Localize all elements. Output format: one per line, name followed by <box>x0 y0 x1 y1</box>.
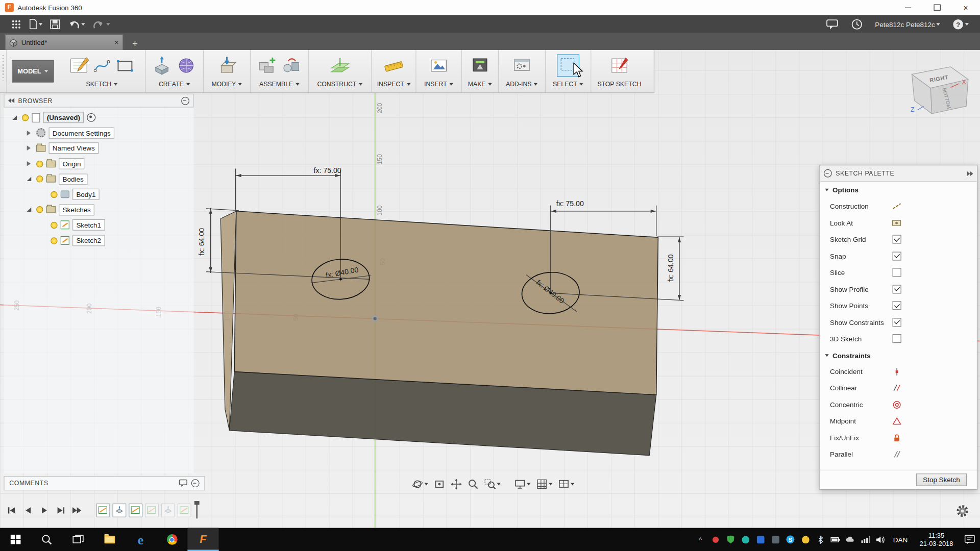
minimize-button[interactable] <box>894 0 922 15</box>
internet-explorer-button[interactable]: e <box>125 528 156 551</box>
palette-option-show-points[interactable]: Show Points <box>820 297 977 314</box>
palette-constraint-coincident[interactable]: Coincident <box>820 363 977 380</box>
collinear-icon[interactable] <box>891 383 902 394</box>
stop-sketch-button[interactable]: STOP SKETCH <box>597 81 641 87</box>
undo-button[interactable] <box>65 17 87 31</box>
addins-menu[interactable]: ADD-INS <box>506 81 538 87</box>
press-pull-icon[interactable] <box>216 55 238 77</box>
inspect-menu[interactable]: INSPECT <box>377 81 410 87</box>
new-component-icon[interactable] <box>257 55 278 77</box>
visibility-bulb-icon[interactable] <box>36 207 43 213</box>
sketch-menu[interactable]: SKETCH <box>86 81 118 87</box>
timeline-feature-suppressed-1[interactable] <box>145 504 159 517</box>
construction-icon[interactable] <box>891 201 902 212</box>
close-button[interactable]: × <box>951 0 980 15</box>
visibility-bulb-icon[interactable] <box>51 237 57 244</box>
minimize-palette-icon[interactable] <box>824 169 832 178</box>
comments-feed-button[interactable] <box>824 17 841 31</box>
tree-item-sketch1[interactable]: Sketch1 <box>4 217 193 233</box>
tree-item-origin[interactable]: Origin <box>4 156 193 171</box>
tray-pen-icon[interactable] <box>710 535 720 544</box>
grid-snap-button[interactable] <box>534 477 554 491</box>
timeline-feature-suppressed-2[interactable] <box>161 504 175 517</box>
hidden-icons-chevron[interactable]: ^ <box>696 535 705 544</box>
show-constraints-checkbox[interactable] <box>893 318 901 327</box>
visibility-bulb-icon[interactable] <box>36 160 43 167</box>
toolbar-grip[interactable] <box>0 50 7 92</box>
onedrive-cloud-icon[interactable] <box>846 535 855 544</box>
comments-bar[interactable]: COMMENTS <box>4 476 205 490</box>
sketch-rectangle-icon[interactable] <box>114 55 136 77</box>
zoom-button[interactable] <box>465 477 480 491</box>
timeline-feature-extrude[interactable] <box>112 504 126 517</box>
stop-sketch-palette-button[interactable]: Stop Sketch <box>916 473 967 486</box>
tray-app-gray-icon[interactable] <box>771 535 780 544</box>
insert-menu[interactable]: INSERT <box>424 81 453 87</box>
addins-scripts-icon[interactable] <box>511 55 533 77</box>
insert-image-icon[interactable] <box>428 55 450 77</box>
bluetooth-icon[interactable] <box>816 535 825 544</box>
teamviewer-icon[interactable] <box>755 535 765 544</box>
slice-checkbox[interactable] <box>893 268 901 277</box>
tree-item-sketches[interactable]: Sketches <box>4 202 193 217</box>
make-3d-print-icon[interactable] <box>469 55 491 77</box>
pan-button[interactable] <box>449 477 463 491</box>
zoom-window-button[interactable] <box>482 477 502 491</box>
minimize-panel-icon[interactable] <box>181 96 189 105</box>
taskbar-search-button[interactable] <box>31 528 62 551</box>
visibility-bulb-icon[interactable] <box>51 222 57 229</box>
help-menu-button[interactable]: ? <box>950 17 971 31</box>
make-menu[interactable]: MAKE <box>468 81 492 87</box>
task-view-button[interactable] <box>62 528 93 551</box>
maximize-button[interactable] <box>922 0 951 15</box>
preferences-gear-button[interactable] <box>955 504 970 518</box>
workspace-selector[interactable]: MODEL <box>12 60 54 83</box>
palette-option-look-at[interactable]: Look At <box>820 215 977 231</box>
select-menu[interactable]: SELECT <box>553 81 583 87</box>
app-grid-menu-button[interactable] <box>9 18 23 30</box>
timeline-step-forward-button[interactable] <box>54 504 67 517</box>
tray-app-yellow-icon[interactable] <box>801 535 810 544</box>
body1-face-top[interactable] <box>234 211 658 395</box>
concentric-icon[interactable] <box>891 399 902 410</box>
lock-icon[interactable] <box>891 432 902 443</box>
timeline-feature-sketch2[interactable] <box>129 504 142 517</box>
chrome-button[interactable] <box>156 528 187 551</box>
look-at-icon[interactable] <box>891 217 902 229</box>
taskbar-clock[interactable]: 11:35 21-03-2018 <box>916 531 957 547</box>
new-document-tab-button[interactable]: + <box>128 36 142 50</box>
tree-item-sketch2[interactable]: Sketch2 <box>4 233 193 248</box>
collapse-tree-icon[interactable] <box>27 177 32 182</box>
start-button[interactable] <box>0 528 31 551</box>
collapse-palette-icon[interactable] <box>967 171 973 176</box>
options-section-header[interactable]: Options <box>820 182 977 198</box>
battery-icon[interactable] <box>830 535 840 544</box>
collapse-tree-icon[interactable] <box>12 115 17 120</box>
browser-header[interactable]: BROWSER <box>4 94 193 108</box>
visibility-bulb-icon[interactable] <box>36 176 43 182</box>
construction-plane-icon[interactable] <box>329 55 351 77</box>
midpoint-icon[interactable] <box>891 416 902 427</box>
modify-menu[interactable]: MODIFY <box>211 81 242 87</box>
activate-component-radio-icon[interactable] <box>87 113 95 122</box>
skype-icon[interactable]: S <box>786 535 795 544</box>
visibility-bulb-icon[interactable] <box>22 114 29 121</box>
palette-constraint-midpoint[interactable]: Midpoint <box>820 413 977 429</box>
create-menu[interactable]: CREATE <box>159 81 190 87</box>
create-form-icon[interactable] <box>176 55 198 77</box>
show-points-checkbox[interactable] <box>893 302 901 310</box>
expand-comments-icon[interactable] <box>191 479 200 487</box>
tree-item-named-views[interactable]: Named Views <box>4 141 193 156</box>
network-icon[interactable] <box>861 535 870 544</box>
tree-item-unsaved[interactable]: (Unsaved) <box>4 110 193 126</box>
look-at-button[interactable] <box>432 477 447 491</box>
volume-icon[interactable] <box>876 535 885 544</box>
timeline-feature-sketch1[interactable] <box>96 504 110 517</box>
coincident-icon[interactable] <box>891 366 902 377</box>
timeline-feature-suppressed-3[interactable] <box>178 504 191 517</box>
palette-option-construction[interactable]: Construction <box>820 198 977 214</box>
3d-sketch-checkbox[interactable] <box>893 334 901 343</box>
palette-option-sketch-grid[interactable]: Sketch Grid <box>820 231 977 247</box>
redo-button[interactable] <box>90 17 112 31</box>
viewports-button[interactable] <box>556 477 576 491</box>
